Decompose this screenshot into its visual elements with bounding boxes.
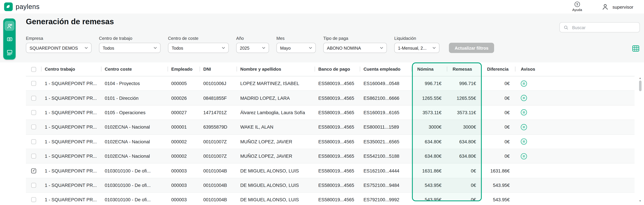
filter-liquidacion: Liquidación1-Mensual, 2... [394, 36, 440, 53]
filter-select-tipo-de-paga[interactable]: ABONO NOMINA [323, 43, 387, 53]
cell-cuenta: ES800011...1589 [360, 125, 412, 130]
sidebar [3, 18, 16, 60]
cell-diferencia: 0€ [482, 81, 516, 86]
cell-remesas: 3000€ [447, 125, 482, 130]
column-header-remesas[interactable]: Remesas [447, 66, 482, 72]
scroll-up-icon[interactable]: ▲ [639, 76, 642, 79]
row-checkbox[interactable] [31, 125, 36, 130]
column-header-nomina[interactable]: Nómina [412, 66, 447, 72]
cell-empleado: 000027 [168, 110, 200, 115]
filter-select-centro-trabajo[interactable]: Todos [99, 43, 160, 53]
select-value-mes: Mayo [280, 46, 291, 50]
remittance-table: Centro trabajoCentro costeEmpleadoDNINom… [26, 62, 634, 205]
search-input[interactable] [571, 24, 636, 30]
cell-nombre: MUÑOZ LOPEZ, JAVIER [237, 139, 315, 144]
cell-centro_trabajo: 1 - SQUAREPOINT PR... [42, 154, 102, 158]
cell-nomina: 3000€ [412, 125, 447, 130]
cell-banco: ES580019...4565 [315, 110, 360, 115]
vertical-scrollbar[interactable]: ▲ ▼ [638, 76, 642, 202]
column-header-centro_coste[interactable]: Centro coste [102, 66, 168, 72]
filter-label-tipo-de-paga: Tipo de paga [323, 36, 387, 41]
filter-select-ano[interactable]: 2025 [236, 43, 269, 53]
sidebar-item-employees[interactable] [4, 21, 14, 31]
column-header-dni[interactable]: DNI [200, 66, 237, 72]
column-header-banco[interactable]: Banco de pago [315, 66, 360, 72]
filter-label-centro-trabajo: Centro de trabajo [99, 36, 160, 41]
cell-centro_coste: 0102ECNA - Nacional [102, 154, 168, 158]
user-name: supervisor [612, 4, 633, 9]
cell-centro_trabajo: 1 - SQUAREPOINT PR... [42, 81, 102, 86]
filter-label-ano: Año [236, 36, 269, 41]
page-header-area: Generación de remesas EmpresaSQUAREPOINT… [0, 14, 644, 62]
filter-select-liquidacion[interactable]: 1-Mensual, 2... [394, 43, 440, 53]
filter-select-empresa[interactable]: SQUAREPOINT DEMOS [26, 43, 92, 53]
excel-export-icon[interactable] [631, 44, 640, 53]
cell-nomina: 996.71€ [412, 81, 447, 86]
filter-select-centro-coste[interactable]: Todos [168, 43, 229, 53]
topbar-right: ? Ayuda supervisor [572, 2, 644, 12]
row-checkbox[interactable] [31, 110, 36, 115]
cell-remesas: 0€ [447, 183, 482, 188]
search-icon [564, 25, 568, 30]
table-row: 1 - SQUAREPOINT PR...0104 - Proyectos000… [26, 76, 634, 91]
row-checkbox-cell [26, 154, 42, 158]
equal-icon: = [521, 153, 527, 159]
search-box [559, 22, 640, 32]
cell-nombre: LOPEZ MARTINEZ, ISABEL [237, 81, 315, 86]
help-button[interactable]: ? Ayuda [572, 2, 582, 12]
select-value-centro-trabajo: Todos [103, 46, 114, 50]
cell-remesas: 0€ [447, 168, 482, 173]
row-checkbox[interactable] [31, 81, 36, 86]
cell-empleado: 000001 [168, 125, 200, 130]
select-value-tipo-de-paga: ABONO NOMINA [327, 46, 361, 50]
select-all-checkbox[interactable] [31, 67, 36, 72]
sidebar-item-payroll[interactable] [4, 34, 14, 44]
cell-diferencia: 0€ [482, 139, 516, 144]
update-filters-button[interactable]: Actualizar filtros [449, 43, 494, 53]
column-header-nombre[interactable]: Nombre y apellidos [237, 66, 315, 72]
cell-avisos: = [516, 153, 634, 159]
cell-cuenta: ES792100...9992 [360, 198, 412, 202]
column-header-avisos[interactable]: Avisos [516, 66, 634, 72]
cell-nombre: DE MIGUEL ALONSO, LUIS [237, 183, 315, 188]
row-checkbox[interactable] [31, 96, 36, 100]
column-header-centro_trabajo[interactable]: Centro trabajo [42, 66, 102, 72]
filter-select-mes[interactable]: Mayo [276, 43, 316, 53]
cell-nomina: 3573.11€ [412, 110, 447, 115]
help-label: Ayuda [572, 8, 582, 12]
filter-mes: MesMayo [276, 36, 316, 53]
user-menu[interactable]: supervisor [602, 3, 633, 10]
topbar: paylens ? Ayuda supervisor [0, 0, 644, 14]
select-value-centro-coste: Todos [172, 46, 183, 50]
column-header-diferencia[interactable]: Diferencia [482, 66, 516, 72]
column-header-empleado[interactable]: Empleado [168, 66, 200, 72]
scrollbar-thumb[interactable] [639, 80, 642, 91]
cell-avisos: = [516, 95, 634, 101]
filter-centro-trabajo: Centro de trabajoTodos [99, 36, 160, 53]
row-checkbox[interactable] [31, 168, 36, 173]
cell-nomina: 1265.55€ [412, 96, 447, 100]
row-checkbox-cell [26, 183, 42, 188]
row-checkbox[interactable] [31, 183, 36, 188]
brand-logo[interactable]: paylens [4, 2, 40, 11]
sidebar-item-remittances[interactable] [4, 47, 14, 57]
cell-nombre: MADRID LOPEZ, LARA [237, 96, 315, 100]
cell-nombre: WAKE IL, ALAN [237, 125, 315, 130]
cell-empleado: 000003 [168, 198, 200, 202]
cell-nomina: 543.95€ [412, 183, 447, 188]
cell-centro_coste: 0102ECNA - Nacional [102, 139, 168, 144]
row-checkbox[interactable] [31, 198, 36, 202]
cell-cuenta: ES752100...9484 [360, 183, 412, 188]
row-checkbox[interactable] [31, 139, 36, 144]
row-checkbox-cell [26, 125, 42, 130]
cell-cuenta: ES160049...0548 [360, 81, 412, 86]
user-icon [602, 3, 609, 10]
column-header-cuenta[interactable]: Cuenta empleado [360, 66, 412, 72]
row-checkbox[interactable] [31, 154, 36, 158]
cell-nombre: DE MIGUEL ALONSO, LUIS [237, 198, 315, 202]
cell-avisos: = [516, 80, 634, 86]
cell-banco: ES580019...4565 [315, 154, 360, 158]
scroll-down-icon[interactable]: ▼ [639, 199, 642, 202]
equal-icon: = [521, 138, 527, 145]
cell-empleado: 000026 [168, 96, 200, 100]
